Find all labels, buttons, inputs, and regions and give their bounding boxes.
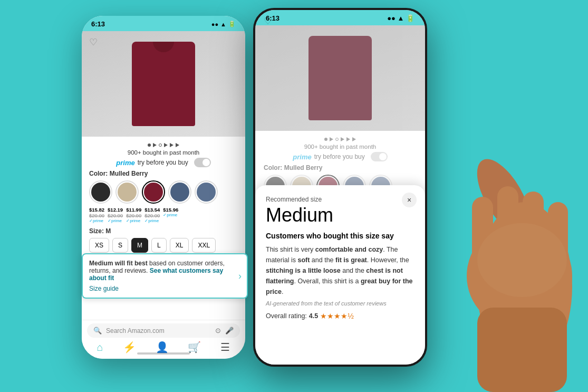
rec-size-heading: Medium <box>266 204 415 226</box>
dot-1 <box>148 144 151 147</box>
status-bar-left: 6:13 ●● ▲ 🔋 <box>82 16 245 31</box>
dot-r-play-4 <box>352 137 356 141</box>
heart-icon[interactable]: ♡ <box>89 36 98 48</box>
dot-r-1 <box>324 138 327 141</box>
price-3: $11.99 $20.00 ✓prime <box>126 207 141 223</box>
size-m-selected[interactable]: M <box>131 238 148 253</box>
dot-r-play <box>330 137 333 141</box>
prime-toggle-right[interactable] <box>371 152 388 161</box>
close-button[interactable]: × <box>402 193 417 207</box>
stars-display: ★★★★½ <box>320 312 354 320</box>
size-s[interactable]: S <box>112 238 128 253</box>
size-xs[interactable]: XS <box>89 238 109 253</box>
prime-logo-right: prime <box>293 153 311 161</box>
status-icons-right: ●● ▲ 🔋 <box>387 14 415 22</box>
prime-try-text-left: try before you buy <box>138 159 188 166</box>
heart-icon-right[interactable]: ♡ <box>264 15 272 27</box>
dot-r-play-3 <box>346 137 350 141</box>
size-guide-link[interactable]: Size guide <box>89 283 119 294</box>
nav-menu[interactable]: ☰ <box>220 341 230 353</box>
rec-size-label: Recommended size <box>266 196 415 203</box>
color-label-left: Color: Mulled Berry <box>89 170 238 177</box>
color-swatches-left <box>89 180 238 204</box>
camera-icon: ⊙ <box>215 327 221 334</box>
review-text: This shirt is very comfortable and cozy.… <box>266 244 415 297</box>
overall-rating: Overall rating: 4.5 ★★★★½ <box>266 312 415 320</box>
dot-r-play-2 <box>341 137 344 141</box>
search-bar-left[interactable]: 🔍 Search Amazon.com ⊙ 🎤 <box>87 323 240 338</box>
nav-deals[interactable]: ⚡ <box>123 341 136 353</box>
prime-bar-left: prime try before you buy <box>89 158 238 167</box>
mic-icon: 🎤 <box>225 327 234 334</box>
price-row-left: $15.82 $20.00 ✓prime $12.19 $20.00 ✓prim… <box>89 207 238 223</box>
dot-play-4 <box>176 143 179 147</box>
dot-r-circle <box>335 138 339 141</box>
product-content-left: 900+ bought in past month prime try befo… <box>82 137 245 262</box>
price-4: $13.54 $20.00 ✓prime <box>144 207 160 223</box>
swatch-5[interactable] <box>195 180 218 204</box>
swatch-1[interactable] <box>89 180 112 204</box>
media-dots <box>89 143 238 147</box>
prime-logo-left: prime <box>116 159 134 167</box>
dot-circle-1 <box>159 144 162 147</box>
prime-bar-right: prime try before you buy <box>264 152 417 161</box>
ai-note: AI-generated from the text of customer r… <box>266 300 415 307</box>
product-image-left: ♡ <box>82 31 245 137</box>
search-text-left: Search Amazon.com <box>106 327 211 334</box>
color-label-right: Color: Mulled Berry <box>264 164 417 171</box>
swatch-4[interactable] <box>168 180 191 204</box>
bought-text-right: 900+ bought in past month <box>264 144 417 150</box>
price-5: $15.96 ✓prime <box>163 207 178 223</box>
shirt-image-left <box>132 42 195 126</box>
nav-cart[interactable]: 🛒 <box>188 341 201 353</box>
dot-play-2 <box>164 143 168 147</box>
status-icons-left: ●● ▲ 🔋 <box>211 21 236 27</box>
size-buttons-left: XS S M L XL XXL <box>89 238 238 253</box>
arrow-right-icon: › <box>238 271 242 282</box>
phone-right-inner: 6:13 ●● ▲ 🔋 ♡ 900+ bought in past month <box>255 10 425 365</box>
fit-callout: Medium will fit best based on customer o… <box>82 253 248 299</box>
media-dots-right <box>264 137 417 141</box>
price-2: $12.19 $20.00 ✓prime <box>108 207 123 223</box>
swatch-2[interactable] <box>115 180 139 204</box>
bottom-sheet: × Recommended size Medium Customers who … <box>255 185 425 365</box>
swatch-3-selected[interactable] <box>142 180 165 204</box>
rating-number: 4.5 <box>309 312 318 320</box>
product-image-right: ♡ <box>255 25 425 131</box>
customers-say-heading: Customers who bought this size say <box>266 232 415 240</box>
status-bar-right: 6:13 ●● ▲ 🔋 <box>255 10 425 25</box>
shirt-image-right <box>309 36 372 120</box>
prime-toggle-left[interactable] <box>194 158 211 167</box>
size-l[interactable]: L <box>151 238 167 253</box>
dot-play-3 <box>170 143 173 147</box>
size-xxl[interactable]: XXL <box>192 238 216 253</box>
phone-right: 6:13 ●● ▲ 🔋 ♡ 900+ bought in past month <box>253 8 427 367</box>
search-icon-left: 🔍 <box>93 327 102 334</box>
size-label-left: Size: M <box>89 227 238 235</box>
nav-home[interactable]: ⌂ <box>97 341 103 353</box>
home-indicator-left <box>137 352 190 355</box>
dot-play <box>153 143 157 147</box>
nav-icons-left: ⌂ ⚡ 👤 🛒 ☰ <box>87 341 240 353</box>
prime-try-text-right: try before you buy <box>314 153 365 160</box>
price-1: $15.82 $20.00 ✓prime <box>89 207 104 223</box>
nav-account[interactable]: 👤 <box>156 341 169 353</box>
bought-text-left: 900+ bought in past month <box>89 149 238 156</box>
size-xl[interactable]: XL <box>170 238 189 253</box>
time-left: 6:13 <box>91 20 105 28</box>
phone-left: 6:13 ●● ▲ 🔋 ♡ 900+ bought in past month … <box>82 16 245 359</box>
